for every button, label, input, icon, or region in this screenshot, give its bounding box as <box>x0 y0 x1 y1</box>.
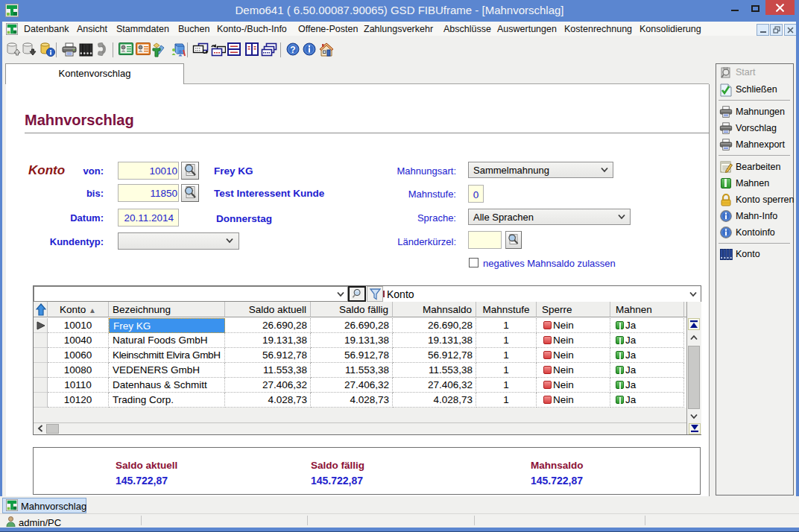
svg-text:?: ? <box>290 45 295 55</box>
